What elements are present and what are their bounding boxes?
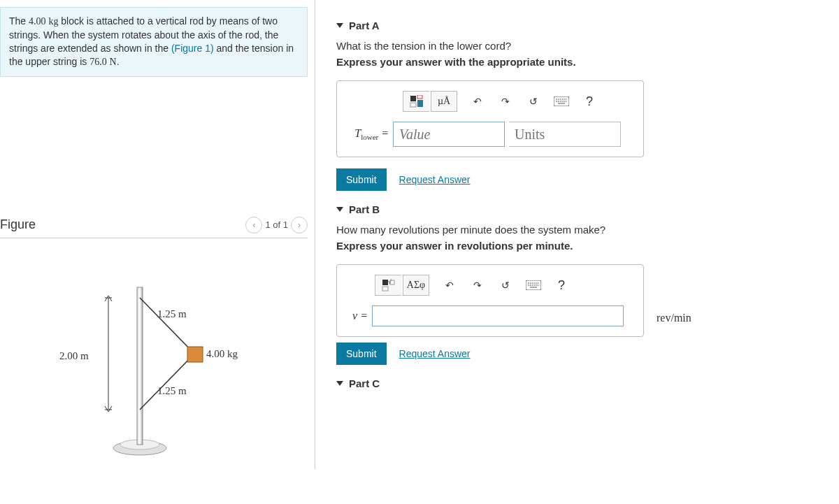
svg-rect-10	[417, 95, 422, 99]
part-a-title: Part A	[349, 20, 380, 31]
pager-label: 1 of 1	[265, 219, 288, 230]
submit-button-b[interactable]: Submit	[336, 343, 387, 365]
redo-icon[interactable]: ↷	[492, 91, 519, 112]
part-b-var-label: ν =	[347, 310, 368, 322]
part-b-header[interactable]: Part B	[336, 203, 825, 215]
part-c-title: Part C	[349, 377, 380, 389]
svg-rect-11	[410, 103, 416, 107]
svg-rect-5	[187, 347, 203, 362]
part-b-title: Part B	[349, 203, 380, 215]
pager-prev[interactable]: ‹	[245, 217, 262, 233]
help-icon[interactable]: ?	[576, 91, 603, 112]
redo-icon[interactable]: ↷	[464, 275, 491, 296]
figure-title: Figure	[0, 217, 36, 232]
figure-diagram: 2.00 m 1.25 m 1.25 m 4.00 kg	[0, 259, 308, 469]
problem-statement: The 4.00 kg block is attached to a verti…	[0, 7, 308, 77]
part-b-answer-box: √ ΑΣφ ↶ ↷ ↺ ? ν =	[336, 264, 644, 337]
figure-block-label: 4.00 kg	[206, 348, 238, 360]
svg-rect-17	[382, 280, 388, 285]
value-input[interactable]	[393, 122, 505, 147]
request-answer-link-b[interactable]: Request Answer	[399, 348, 471, 359]
figure-dim-total: 2.00 m	[59, 350, 89, 362]
caret-down-icon	[336, 23, 343, 28]
part-a-var-label: Tlower =	[347, 127, 389, 141]
figure-link[interactable]: (Figure 1)	[171, 43, 214, 54]
keyboard-icon[interactable]	[520, 275, 547, 296]
keyboard-icon[interactable]	[548, 91, 575, 112]
request-answer-link[interactable]: Request Answer	[399, 174, 471, 185]
templates-icon[interactable]	[403, 91, 429, 112]
units-button[interactable]: µÅ	[431, 91, 457, 112]
part-c-header[interactable]: Part C	[336, 377, 825, 389]
units-input[interactable]	[509, 122, 621, 147]
part-b-question: How many revolutions per minute does the…	[336, 224, 825, 236]
caret-down-icon	[336, 381, 343, 386]
undo-icon[interactable]: ↶	[436, 275, 463, 296]
svg-line-4	[140, 354, 194, 410]
svg-rect-20	[382, 287, 388, 291]
pager-next[interactable]: ›	[291, 217, 308, 233]
svg-rect-2	[137, 287, 143, 445]
part-a-question: What is the tension in the lower cord?	[336, 40, 825, 52]
figure-dim-upper: 1.25 m	[157, 308, 187, 320]
svg-rect-12	[417, 100, 423, 107]
svg-line-3	[140, 298, 194, 354]
submit-button[interactable]: Submit	[336, 168, 387, 191]
part-a-instruction: Express your answer with the appropriate…	[336, 56, 825, 68]
help-icon[interactable]: ?	[548, 275, 575, 296]
undo-icon[interactable]: ↶	[464, 91, 491, 112]
figure-dim-lower: 1.25 m	[157, 385, 187, 397]
symbols-button[interactable]: ΑΣφ	[403, 275, 429, 296]
templates-icon[interactable]: √	[375, 275, 401, 296]
caret-down-icon	[336, 207, 343, 212]
figure-pager: ‹ 1 of 1 ›	[245, 217, 308, 233]
unit-suffix: rev/min	[657, 312, 691, 324]
part-a-header[interactable]: Part A	[336, 20, 825, 31]
reset-icon[interactable]: ↺	[520, 91, 547, 112]
reset-icon[interactable]: ↺	[492, 275, 519, 296]
numeric-input[interactable]	[372, 305, 624, 326]
svg-rect-9	[410, 96, 416, 101]
part-a-answer-box: µÅ ↶ ↷ ↺ ? Tlower =	[336, 80, 644, 157]
svg-text:√: √	[388, 279, 392, 285]
part-b-instruction: Express your answer in revolutions per m…	[336, 240, 825, 252]
